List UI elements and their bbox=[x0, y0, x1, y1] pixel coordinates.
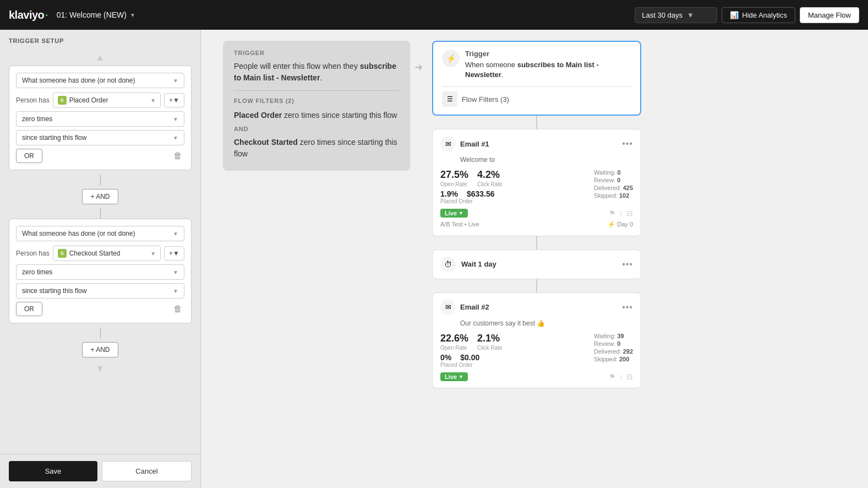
email1-skipped-value: 102 bbox=[619, 192, 629, 199]
and-button-1[interactable]: + AND bbox=[82, 189, 118, 204]
email1-card[interactable]: ✉ Email #1 ••• Welcome to 27.5% Open Rat… bbox=[432, 129, 641, 236]
condition-group-1: What someone has done (or not done) ▼ Pe… bbox=[9, 66, 192, 170]
left-panel: TRIGGER SETUP ▲ What someone has done (o… bbox=[0, 30, 201, 488]
cancel-button[interactable]: Cancel bbox=[102, 461, 192, 481]
email2-stats-row: 22.6% Open Rate 2.1% Click Rate 0% bbox=[440, 333, 633, 368]
plus-filter-1[interactable]: +▼ bbox=[164, 93, 184, 107]
filter-item-1: Placed Order zero times since starting t… bbox=[234, 110, 399, 121]
and-connector-2: + AND bbox=[9, 339, 192, 361]
what-done-caret-2: ▼ bbox=[173, 231, 178, 237]
email2-placed-order: 0% bbox=[440, 353, 451, 362]
trigger-tooltip-text: People will enter this flow when they su… bbox=[234, 61, 399, 84]
email2-menu-button[interactable]: ••• bbox=[622, 302, 633, 312]
event-name-2: Checkout Started bbox=[69, 250, 121, 257]
since-dropdown-2[interactable]: since starting this flow ▼ bbox=[16, 283, 184, 299]
email1-waiting: Waiting: 0 bbox=[594, 169, 633, 176]
date-range-caret: ▼ bbox=[687, 11, 694, 19]
delete-button-1[interactable]: 🗑 bbox=[171, 149, 184, 163]
email2-flag-icon[interactable]: ⚑ bbox=[609, 372, 616, 381]
or-button-2[interactable]: OR bbox=[16, 302, 42, 316]
person-has-label-1: Person has bbox=[16, 96, 50, 104]
email2-card[interactable]: ✉ Email #2 ••• Our customers say it best… bbox=[432, 292, 641, 388]
times-caret-1: ▼ bbox=[173, 116, 178, 122]
times-dropdown-1[interactable]: zero times ▼ bbox=[16, 111, 184, 127]
flow-filters-row[interactable]: ☰ Flow Filters (3) bbox=[442, 86, 631, 107]
what-done-dropdown-2[interactable]: What someone has done (or not done) ▼ bbox=[16, 226, 184, 241]
event-caret-2: ▼ bbox=[150, 251, 156, 257]
trigger-setup-header: TRIGGER SETUP bbox=[0, 30, 200, 50]
what-done-label-1: What someone has done (or not done) bbox=[22, 77, 135, 84]
event-dropdown-2[interactable]: S Checkout Started ▼ bbox=[53, 246, 161, 261]
hide-analytics-button[interactable]: 📊 Hide Analytics bbox=[722, 7, 795, 23]
email1-filter-icon[interactable]: ⊟ bbox=[626, 209, 633, 218]
email1-stats-left: 27.5% Open Rate 4.2% Click Rate 1.9% bbox=[440, 169, 594, 204]
manage-flow-button[interactable]: Manage Flow bbox=[800, 7, 859, 23]
email1-revenue: $633.56 bbox=[467, 189, 495, 198]
flow-name-selector[interactable]: 01: Welcome (NEW) ▼ bbox=[57, 10, 135, 19]
times-label-1: zero times bbox=[22, 115, 52, 123]
email2-stats-left: 22.6% Open Rate 2.1% Click Rate 0% bbox=[440, 333, 594, 368]
email2-filter-icon[interactable]: ⊟ bbox=[626, 372, 633, 381]
email1-flag-icon[interactable]: ⚑ bbox=[609, 209, 616, 218]
email2-open-rate: 22.6% Open Rate bbox=[440, 333, 468, 351]
filter2-bold: Checkout Started bbox=[234, 138, 298, 147]
email1-click-rate: 4.2% Click Rate bbox=[477, 169, 503, 187]
ab-test-label: A/B Test • Live bbox=[440, 221, 479, 228]
plus-filter-2[interactable]: +▼ bbox=[164, 246, 184, 261]
what-done-row-2: What someone has done (or not done) ▼ bbox=[16, 226, 184, 241]
since-label-1: since starting this flow bbox=[22, 134, 86, 142]
and-button-2[interactable]: + AND bbox=[82, 342, 118, 357]
trigger-tooltip: TRIGGER People will enter this flow when… bbox=[223, 41, 410, 171]
email1-up-icon[interactable]: ↑ bbox=[619, 209, 623, 218]
and-badge: AND bbox=[234, 126, 399, 132]
what-done-label-2: What someone has done (or not done) bbox=[22, 230, 135, 237]
email1-click-rate-label: Click Rate bbox=[477, 181, 503, 187]
event-name-1: Placed Order bbox=[69, 96, 108, 104]
condition-group-2: What someone has done (or not done) ▼ Pe… bbox=[9, 219, 192, 323]
email2-title: Email #2 bbox=[460, 303, 618, 311]
email1-status-badge[interactable]: Live ▼ bbox=[440, 209, 468, 218]
email1-waiting-label: Waiting: bbox=[594, 169, 615, 176]
email2-status-caret: ▼ bbox=[458, 374, 463, 379]
email1-review-value: 0 bbox=[617, 177, 620, 183]
ab-test-bar: A/B Test • Live ⚡ Day 0 bbox=[440, 218, 633, 229]
times-label-2: zero times bbox=[22, 268, 52, 276]
main-layout: TRIGGER SETUP ▲ What someone has done (o… bbox=[0, 30, 868, 488]
shopify-icon-1: S bbox=[58, 96, 67, 105]
wait1-card[interactable]: ⏱ Wait 1 day ••• bbox=[432, 250, 641, 279]
save-button[interactable]: Save bbox=[9, 461, 97, 481]
trigger-text-prefix: People will enter this flow when they bbox=[234, 62, 360, 71]
email1-waiting-value: 0 bbox=[617, 169, 620, 176]
email1-menu-button[interactable]: ••• bbox=[622, 139, 633, 149]
event-dropdown-1[interactable]: S Placed Order ▼ bbox=[53, 93, 161, 108]
since-dropdown-1[interactable]: since starting this flow ▼ bbox=[16, 130, 184, 145]
flow-filters-text: Flow Filters (3) bbox=[462, 95, 509, 104]
tooltip-divider bbox=[234, 90, 399, 91]
times-dropdown-2[interactable]: zero times ▼ bbox=[16, 264, 184, 280]
delete-button-2[interactable]: 🗑 bbox=[171, 302, 184, 316]
or-button-1[interactable]: OR bbox=[16, 149, 42, 163]
email2-up-icon[interactable]: ↑ bbox=[619, 372, 623, 381]
wait1-menu-button[interactable]: ••• bbox=[622, 259, 633, 269]
and-connector-1: + AND bbox=[9, 186, 192, 208]
email2-status-badge[interactable]: Live ▼ bbox=[440, 372, 468, 381]
email2-skipped: Skipped: 200 bbox=[594, 356, 633, 362]
email2-footer: Live ▼ ⚑ ↑ ⊟ bbox=[440, 372, 633, 381]
email1-status-caret: ▼ bbox=[458, 210, 463, 216]
trigger-card-header: ⚡ Trigger When someone subscribes to Mai… bbox=[442, 50, 631, 80]
scroll-down-indicator: ▼ bbox=[9, 361, 192, 377]
email1-card-actions: ⚑ ↑ ⊟ bbox=[609, 209, 633, 218]
email2-waiting: Waiting: 39 bbox=[594, 333, 633, 339]
since-label-2: since starting this flow bbox=[22, 287, 86, 295]
email1-status-label: Live bbox=[445, 210, 457, 216]
email2-delivered-label: Delivered: bbox=[594, 348, 621, 355]
email2-delivered-value: 292 bbox=[623, 348, 633, 355]
nav-right: Last 30 days ▼ 📊 Hide Analytics Manage F… bbox=[635, 7, 859, 23]
trigger-card-text: When someone subscribes to Main list - N… bbox=[465, 60, 631, 80]
date-range-picker[interactable]: Last 30 days ▼ bbox=[635, 7, 717, 23]
shopify-icon-2: S bbox=[58, 249, 67, 258]
trigger-card[interactable]: ⚡ Trigger When someone subscribes to Mai… bbox=[432, 41, 641, 116]
email2-subtitle: Our customers say it best 👍 bbox=[460, 319, 633, 327]
what-done-dropdown-1[interactable]: What someone has done (or not done) ▼ bbox=[16, 73, 184, 88]
vertical-connector-2 bbox=[100, 208, 101, 219]
